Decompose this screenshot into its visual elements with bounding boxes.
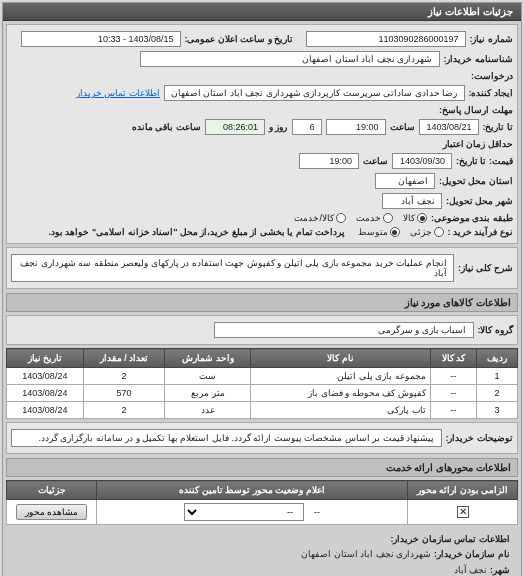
buyer-name-value: شهرداری نجف اباد استان اصفهان	[140, 51, 440, 67]
panel-title: جزئیات اطلاعات نیاز	[3, 3, 521, 21]
buyer-name-label: شناسنامه خریدار:	[444, 54, 514, 64]
buyer-contact-link[interactable]: اطلاعات تماس خریدار	[76, 88, 160, 98]
radio-icon	[434, 227, 444, 237]
goods-table: ردیف کد کالا نام کالا واحد شمارش تعداد /…	[6, 348, 518, 419]
purchase-type-radio-group: جزئی متوسط	[358, 227, 444, 237]
delivery-province: اصفهان	[375, 173, 435, 189]
creator-label: ایجاد کننده:	[469, 88, 514, 98]
cell-details: مشاهده محور	[7, 500, 97, 525]
table-row: 1 -- مجموعه بازی پلی اتیلن ست 2 1403/08/…	[7, 368, 518, 385]
price-validity-time: 19:00	[299, 153, 359, 169]
cell-code: --	[430, 385, 476, 402]
buyer-notes-value: پیشنهاد قیمت بر اساس مشخصات پیوست ارائه …	[11, 429, 442, 447]
request-label: درخواست:	[471, 71, 513, 81]
category-mixed[interactable]: کالا/خدمت	[294, 213, 346, 223]
purchase-small-label: جزئی	[410, 227, 432, 237]
announce-value: 1403/08/15 - 10:33	[21, 31, 181, 47]
time-label-2: ساعت	[363, 156, 388, 166]
th-date: تاریخ نیاز	[7, 349, 84, 368]
cell-date: 1403/08/24	[7, 402, 84, 419]
table-row: 3 -- تاب پارکی عدد 2 1403/08/24	[7, 402, 518, 419]
cell-name: کفپوش کف محوطه و فضای باز	[251, 385, 431, 402]
radio-icon	[336, 213, 346, 223]
deadline-suffix: تا تاریخ:	[483, 122, 514, 132]
category-radio-group: کالا خدمت کالا/خدمت	[294, 213, 427, 223]
view-axis-button[interactable]: مشاهده محور	[16, 504, 88, 520]
status-select[interactable]: --	[184, 503, 304, 521]
creator-value: رضا حدادی ساداتی سرپرست کارپردازی شهردار…	[164, 85, 465, 101]
radio-icon	[390, 227, 400, 237]
category-service-label: خدمت	[356, 213, 381, 223]
delivery-city-label: شهر محل تحویل:	[446, 196, 513, 206]
main-panel: جزئیات اطلاعات نیاز شماره نیاز: 11030902…	[2, 2, 522, 576]
goods-group-section: گروه کالا: اسباب بازی و سرگرمی	[6, 315, 518, 345]
price-validity-suffix: قیمت: تا تاریخ:	[456, 156, 513, 166]
goods-group-label: گروه کالا:	[478, 325, 514, 335]
remaining-days: 6	[292, 119, 322, 135]
cell-row: 3	[476, 402, 517, 419]
radio-icon	[417, 213, 427, 223]
announce-label: تاریخ و ساعت اعلان عمومی:	[185, 34, 294, 44]
deadline-time: 19:00	[326, 119, 386, 135]
goods-header: اطلاعات کالاهای مورد نیاز	[6, 293, 518, 312]
deadline-send-label: مهلت ارسال پاسخ:	[439, 105, 513, 115]
cell-code: --	[430, 402, 476, 419]
price-validity-label: حداقل زمان اعتبار	[443, 139, 513, 149]
purchase-small[interactable]: جزئی	[410, 227, 444, 237]
category-goods[interactable]: کالا	[403, 213, 427, 223]
remaining-label: ساعت باقی مانده	[132, 122, 201, 132]
category-mixed-label: کالا/خدمت	[294, 213, 334, 223]
th-unit: واحد شمارش	[165, 349, 251, 368]
price-validity-date: 1403/09/30	[392, 153, 452, 169]
remaining-time: 08:26:01	[205, 119, 265, 135]
cell-name: مجموعه بازی پلی اتیلن	[251, 368, 431, 385]
contact-block: اطلاعات تماس سازمان خریدار: نام سازمان خ…	[6, 528, 518, 576]
cell-qty: 2	[83, 402, 165, 419]
city-label: شهر:	[490, 565, 510, 575]
category-label: طبقه بندی موضوعی:	[431, 213, 513, 223]
time-label-1: ساعت	[390, 122, 415, 132]
cell-row: 2	[476, 385, 517, 402]
org-value: شهرداری نجف اباد استان اصفهان	[301, 549, 431, 559]
radio-icon	[383, 213, 393, 223]
deadline-date: 1403/08/21	[419, 119, 479, 135]
axis-header: اطلاعات محورهای ارائه خدمت	[6, 458, 518, 477]
city-value: نجف آباد	[454, 565, 488, 575]
th-qty: تعداد / مقدار	[83, 349, 165, 368]
th-code: کد کالا	[430, 349, 476, 368]
th-mandatory: الزامی بودن ارائه محور	[408, 481, 518, 500]
cell-unit: متر مربع	[165, 385, 251, 402]
cell-status: -- --	[97, 500, 408, 525]
purchase-medium-label: متوسط	[358, 227, 388, 237]
th-status: اعلام وضعیت محور توسط تامین کننده	[97, 481, 408, 500]
cell-unit: ست	[165, 368, 251, 385]
need-desc-value: انجام عملیات خرید مجموعه بازی پلی اتیلن …	[11, 254, 454, 282]
org-label: نام سازمان خریدار:	[434, 549, 510, 559]
buyer-notes-label: توضیحات خریدار:	[446, 433, 514, 443]
th-row: ردیف	[476, 349, 517, 368]
cell-row: 1	[476, 368, 517, 385]
cell-code: --	[430, 368, 476, 385]
purchase-type-label: نوع فرآیند خرید :	[448, 227, 514, 237]
th-name: نام کالا	[251, 349, 431, 368]
remaining-days-label: روز و	[269, 122, 288, 132]
delivery-city: نجف آباد	[382, 193, 442, 209]
cell-unit: عدد	[165, 402, 251, 419]
payment-note: پرداخت تمام یا بخشی از مبلغ خرید،از محل …	[48, 227, 345, 237]
cell-qty: 570	[83, 385, 165, 402]
axis-table: الزامی بودن ارائه محور اعلام وضعیت محور …	[6, 480, 518, 525]
need-desc-label: شرح کلی نیاز:	[458, 263, 513, 273]
need-no-label: شماره نیاز:	[470, 34, 514, 44]
delivery-province-label: استان محل تحویل:	[439, 176, 513, 186]
mandatory-checkbox[interactable]	[457, 506, 469, 518]
need-no-value: 1103090286000197	[306, 31, 466, 47]
status-text: --	[314, 507, 320, 517]
axis-row: -- -- مشاهده محور	[7, 500, 518, 525]
goods-group-value: اسباب بازی و سرگرمی	[214, 322, 474, 338]
info-section: شماره نیاز: 1103090286000197 تاریخ و ساع…	[6, 24, 518, 244]
cell-date: 1403/08/24	[7, 368, 84, 385]
cell-date: 1403/08/24	[7, 385, 84, 402]
contact-header: اطلاعات تماس سازمان خریدار:	[391, 534, 511, 544]
purchase-medium[interactable]: متوسط	[358, 227, 400, 237]
category-service[interactable]: خدمت	[356, 213, 393, 223]
